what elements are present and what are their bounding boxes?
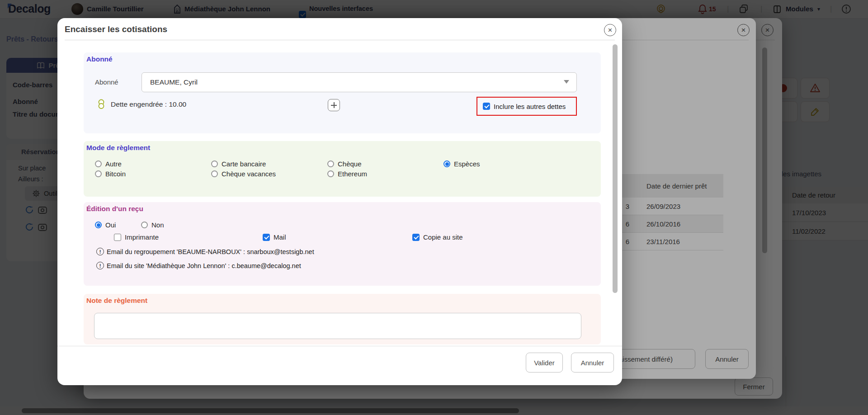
radio-icon[interactable]	[95, 170, 102, 177]
footer-divider	[57, 346, 622, 346]
email-group-line: Email du regroupement 'BEAUME-NARBOUX' :…	[96, 248, 314, 255]
payment-option[interactable]: Chèque	[327, 160, 443, 168]
email-group-text: Email du regroupement 'BEAUME-NARBOUX' :…	[107, 248, 314, 255]
radio-icon[interactable]	[141, 222, 148, 228]
debt-text: Dette engendrée : 10.00	[111, 100, 186, 108]
include-debts-highlight: Inclure les autres dettes	[476, 97, 577, 116]
imprimante-option[interactable]: Imprimante	[114, 233, 159, 241]
info-icon	[96, 248, 104, 255]
section-receipt-header: Édition d'un reçu	[86, 205, 143, 213]
section-abonne-header: Abonné	[86, 55, 113, 63]
payment-option-label: Ethereum	[338, 170, 367, 178]
payment-option-label: Espèces	[454, 160, 480, 168]
section-payment: Mode de règlement Autre Carte bancaire C…	[84, 141, 601, 197]
close-icon[interactable]	[604, 24, 616, 36]
add-button[interactable]	[328, 99, 340, 111]
debt-row: Dette engendrée : 10.00	[97, 99, 186, 110]
section-note-header: Note de règlement	[86, 297, 147, 305]
app-screen: Decalog Camille Tourtillier Médiathèque …	[0, 0, 868, 415]
abonne-input[interactable]	[149, 73, 558, 92]
include-debts-label: Inclure les autres dettes	[494, 103, 566, 110]
abonne-field-label: Abonné	[95, 78, 118, 86]
radio-icon[interactable]	[211, 170, 218, 177]
radio-icon[interactable]	[211, 160, 218, 167]
payment-option-label: Autre	[105, 160, 122, 168]
payment-option[interactable]: Ethereum	[327, 170, 443, 178]
imprimante-checkbox[interactable]	[114, 234, 121, 241]
receipt-non-option[interactable]: Non	[141, 221, 164, 229]
abonne-select[interactable]	[142, 72, 577, 92]
payment-option[interactable]: Carte bancaire	[211, 160, 327, 168]
validate-button[interactable]: Valider	[526, 353, 563, 373]
section-receipt: Édition d'un reçu Oui Non Imprimante Mai…	[84, 202, 601, 286]
note-textarea[interactable]	[94, 313, 581, 339]
payment-option-label: Chèque vacances	[222, 170, 276, 178]
radio-icon[interactable]	[95, 222, 102, 228]
cancel-button[interactable]: Annuler	[571, 353, 614, 373]
divider	[65, 40, 615, 40]
mail-label: Mail	[274, 233, 286, 241]
payment-option-label: Bitcoin	[105, 170, 126, 178]
payment-option-label: Chèque	[338, 160, 362, 168]
section-note: Note de règlement	[84, 294, 601, 344]
email-site-text: Email du site 'Médiathèque John Lennon' …	[107, 262, 301, 269]
copie-site-option[interactable]: Copie au site	[412, 233, 463, 241]
section-abonne: Abonné Abonné Dette engendrée : 10.00 In…	[84, 52, 601, 133]
payment-option[interactable]: Chèque vacances	[211, 170, 327, 178]
info-icon	[96, 262, 104, 269]
mail-option[interactable]: Mail	[263, 233, 286, 241]
payment-option[interactable]: Bitcoin	[95, 170, 211, 178]
email-site-line: Email du site 'Médiathèque John Lennon' …	[96, 262, 301, 269]
radio-icon[interactable]	[327, 170, 334, 177]
payment-option[interactable]: Autre	[95, 160, 211, 168]
modal-title: Encaisser les cotisations	[65, 24, 167, 34]
non-label: Non	[151, 221, 164, 229]
mail-checkbox[interactable]	[263, 234, 270, 241]
receipt-oui-option[interactable]: Oui	[95, 221, 116, 229]
cancel-label: Annuler	[581, 359, 604, 367]
section-payment-header: Mode de règlement	[86, 144, 150, 152]
validate-label: Valider	[534, 359, 555, 367]
vertical-scrollbar[interactable]	[613, 44, 618, 293]
encaisser-cotisations-modal: Encaisser les cotisations Abonné Abonné …	[57, 18, 622, 385]
radio-icon[interactable]	[443, 160, 450, 167]
chevron-down-icon[interactable]	[564, 80, 569, 84]
payment-option-label: Carte bancaire	[222, 160, 266, 168]
oui-label: Oui	[105, 221, 116, 229]
radio-icon[interactable]	[327, 160, 334, 167]
payment-options: Autre Carte bancaire Chèque Espèces Bitc…	[95, 160, 560, 178]
copie-site-checkbox[interactable]	[412, 234, 420, 241]
copie-site-label: Copie au site	[423, 233, 463, 241]
coins-icon	[97, 99, 105, 110]
include-debts-checkbox[interactable]	[483, 103, 490, 110]
imprimante-label: Imprimante	[125, 233, 159, 241]
radio-icon[interactable]	[95, 160, 102, 167]
payment-option[interactable]: Espèces	[443, 160, 560, 168]
